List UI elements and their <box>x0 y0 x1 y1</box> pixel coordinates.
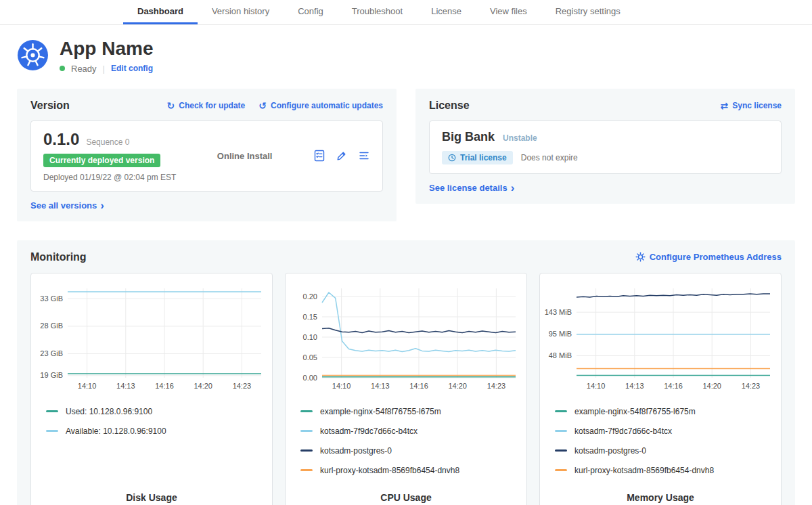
cpu-usage-chart-card: 0.200.150.100.050.0014:1014:1314:1614:20… <box>285 273 527 505</box>
tab-version-history[interactable]: Version history <box>198 0 284 24</box>
version-card-title: Version <box>30 100 70 112</box>
edit-config-icon[interactable] <box>336 150 348 162</box>
legend-color-dash <box>555 469 567 471</box>
legend-label: example-nginx-54f8f76755-l675m <box>574 407 696 416</box>
legend-item: Used: 10.128.0.96:9100 <box>46 407 268 416</box>
memory-usage-chart: 143 MiB95 MiB48 MiB14:1014:1314:1614:201… <box>544 282 777 397</box>
tab-registry-settings[interactable]: Registry settings <box>541 0 635 24</box>
top-nav: Dashboard Version history Config Trouble… <box>0 0 812 25</box>
kubernetes-logo-icon <box>17 39 49 73</box>
svg-text:0.05: 0.05 <box>303 353 317 361</box>
svg-text:14:10: 14:10 <box>332 382 351 390</box>
version-number: 0.1.0 <box>43 130 79 149</box>
tab-config[interactable]: Config <box>284 0 338 24</box>
svg-text:14:10: 14:10 <box>587 382 606 390</box>
release-notes-icon[interactable] <box>313 150 325 162</box>
legend-color-dash <box>46 430 58 432</box>
trial-license-label: Trial license <box>460 153 507 162</box>
see-all-versions-label: See all versions <box>30 200 97 211</box>
disk-usage-legend: Used: 10.128.0.96:9100Available: 10.128.… <box>46 407 268 446</box>
check-for-update-label: Check for update <box>179 101 245 110</box>
svg-text:14:13: 14:13 <box>116 382 135 390</box>
customer-name: Big Bank <box>442 130 495 144</box>
svg-text:14:16: 14:16 <box>664 382 683 390</box>
legend-label: Used: 10.128.0.96:9100 <box>66 407 152 416</box>
svg-text:14:16: 14:16 <box>155 382 174 390</box>
legend-color-dash <box>555 410 567 412</box>
chart-title: Memory Usage <box>544 485 777 503</box>
legend-item: kurl-proxy-kotsadm-8569fb6454-dnvh8 <box>555 466 777 475</box>
legend-item: kurl-proxy-kotsadm-8569fb6454-dnvh8 <box>300 466 522 475</box>
legend-item: kotsadm-postgres-0 <box>555 446 777 456</box>
version-card: Version ↻ Check for update ↺ Configure a… <box>17 89 397 221</box>
svg-text:143 MiB: 143 MiB <box>545 307 572 315</box>
svg-text:14:20: 14:20 <box>448 382 467 390</box>
monitoring-title: Monitoring <box>30 251 87 263</box>
legend-label: Available: 10.128.0.96:9100 <box>66 426 166 436</box>
configure-automatic-updates-button[interactable]: ↺ Configure automatic updates <box>258 101 383 110</box>
expiration-text: Does not expire <box>521 153 578 162</box>
legend-item: example-nginx-54f8f76755-l675m <box>555 407 777 416</box>
svg-text:14:13: 14:13 <box>371 382 390 390</box>
diff-view-icon[interactable] <box>358 150 370 162</box>
deployed-status-badge: Currently deployed version <box>43 154 160 167</box>
cpu-usage-chart: 0.200.150.100.050.0014:1014:1314:1614:20… <box>290 282 522 397</box>
license-card: License ⇄ Sync license Big Bank Unstable <box>415 89 795 204</box>
page-title: App Name <box>60 39 153 60</box>
svg-text:14:23: 14:23 <box>233 382 252 390</box>
legend-label: kotsadm-postgres-0 <box>320 446 392 456</box>
legend-item: kotsadm-postgres-0 <box>300 446 522 456</box>
svg-text:14:16: 14:16 <box>409 382 428 390</box>
configure-automatic-updates-label: Configure automatic updates <box>271 101 383 110</box>
deployed-timestamp: Deployed 01/19/22 @ 02:04 pm EST <box>43 173 176 182</box>
svg-text:28 GiB: 28 GiB <box>40 322 63 330</box>
legend-label: kurl-proxy-kotsadm-8569fb6454-dnvh8 <box>320 466 459 475</box>
configure-prometheus-button[interactable]: Configure Prometheus Address <box>635 252 782 262</box>
svg-text:0.15: 0.15 <box>303 312 317 320</box>
svg-text:14:13: 14:13 <box>625 382 644 390</box>
see-all-versions-link[interactable]: See all versions › <box>30 200 104 211</box>
check-for-update-button[interactable]: ↻ Check for update <box>167 101 246 110</box>
legend-color-dash <box>300 469 313 471</box>
chevron-right-icon: › <box>100 201 104 211</box>
sync-license-button[interactable]: ⇄ Sync license <box>721 101 782 110</box>
svg-text:33 GiB: 33 GiB <box>40 294 63 303</box>
refresh-icon: ↻ <box>167 101 175 110</box>
svg-text:48 MiB: 48 MiB <box>549 351 572 359</box>
monitoring-card: Monitoring Configure Prometh <box>17 240 795 505</box>
sync-icon: ⇄ <box>721 101 729 110</box>
svg-text:14:23: 14:23 <box>742 382 761 390</box>
legend-item: Available: 10.128.0.96:9100 <box>46 426 268 436</box>
legend-color-dash <box>300 410 313 412</box>
legend-item: kotsadm-7f9dc7d66c-b4tcx <box>300 426 522 436</box>
divider: | <box>103 64 105 74</box>
legend-label: example-nginx-54f8f76755-l675m <box>320 407 441 416</box>
tab-troubleshoot[interactable]: Troubleshoot <box>338 0 417 24</box>
legend-item: kotsadm-7f9dc7d66c-b4tcx <box>555 426 777 436</box>
sync-license-label: Sync license <box>732 101 782 110</box>
svg-text:0.10: 0.10 <box>303 332 317 341</box>
chart-title: CPU Usage <box>290 485 522 503</box>
app-header: App Name Ready | Edit config <box>0 25 812 82</box>
disk-usage-chart-card: 33 GiB28 GiB23 GiB19 GiB14:1014:1314:161… <box>30 273 273 505</box>
license-info-box: Big Bank Unstable Trial license Does n <box>429 120 782 174</box>
current-version-box: 0.1.0 Sequence 0 Currently deployed vers… <box>30 120 383 192</box>
legend-label: kotsadm-7f9dc7d66c-b4tcx <box>320 426 418 436</box>
trial-license-badge: Trial license <box>442 151 513 164</box>
svg-text:23 GiB: 23 GiB <box>40 349 63 357</box>
see-license-details-link[interactable]: See license details › <box>429 183 514 193</box>
see-license-details-label: See license details <box>429 183 508 193</box>
legend-label: kurl-proxy-kotsadm-8569fb6454-dnvh8 <box>574 466 714 475</box>
tab-view-files[interactable]: View files <box>476 0 541 24</box>
legend-color-dash <box>555 449 567 452</box>
app-status-text: Ready <box>71 64 97 74</box>
version-info: 0.1.0 Sequence 0 Currently deployed vers… <box>43 130 176 182</box>
gear-icon <box>635 252 646 262</box>
legend-item: example-nginx-54f8f76755-l675m <box>300 407 522 416</box>
tab-dashboard[interactable]: Dashboard <box>123 0 198 24</box>
ready-status-dot <box>60 66 65 71</box>
legend-color-dash <box>300 449 313 452</box>
tab-license[interactable]: License <box>417 0 476 24</box>
edit-config-link[interactable]: Edit config <box>111 64 153 73</box>
license-card-title: License <box>429 100 470 112</box>
